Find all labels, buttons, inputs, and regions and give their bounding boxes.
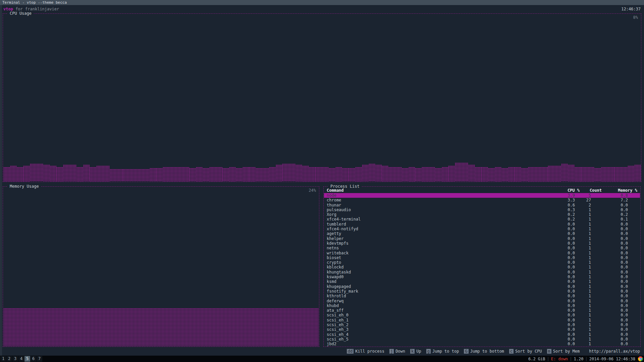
table-row[interactable]: scsi_eh_50.010.0 — [324, 337, 640, 342]
cpu-spark-column — [369, 164, 375, 181]
table-row[interactable]: chrome3.3277.2 — [324, 198, 640, 202]
cell-mem: 0.0 — [602, 289, 637, 294]
cell-cmd: kdevtmpfs — [327, 241, 558, 246]
table-row[interactable]: pulseaudio0.310.0 — [324, 207, 640, 212]
cpu-spark-column — [528, 167, 535, 181]
cpu-spark-column — [176, 167, 183, 181]
table-row[interactable]: kswapd00.010.0 — [324, 275, 640, 279]
table-row[interactable]: scsi_eh_00.010.0 — [324, 313, 640, 317]
cpu-spark-column — [561, 164, 568, 181]
cpu-spark-column — [222, 168, 229, 181]
workspace-button-6[interactable]: 6 — [31, 356, 36, 362]
cell-cpu: 0.0 — [558, 246, 580, 250]
table-row[interactable]: fsnotify_mark0.010.0 — [324, 289, 640, 294]
workspace-button-7[interactable]: 7 — [37, 356, 42, 362]
cell-cpu: 0.0 — [558, 279, 580, 284]
table-row[interactable]: kdevtmpfs0.010.0 — [324, 241, 640, 246]
table-row[interactable]: deferwq0.010.0 — [324, 299, 640, 303]
table-row[interactable]: xfce4-terminal0.210.1 — [324, 217, 640, 222]
cell-cmd: kswapd0 — [327, 275, 558, 279]
table-row[interactable]: crypto0.010.0 — [324, 260, 640, 265]
column-header-count[interactable]: Count — [580, 188, 602, 193]
table-row[interactable]: jbd20.010.0 — [324, 342, 640, 346]
cell-cpu: 0.0 — [558, 270, 580, 275]
cell-cpu: 0.0 — [558, 313, 580, 317]
cell-cpu: 0.0 — [558, 275, 580, 279]
cell-cpu: 0.0 — [558, 332, 580, 337]
cell-cnt: 1 — [580, 227, 602, 231]
cell-mem: 0.0 — [602, 227, 637, 231]
cell-cnt: 1 — [580, 222, 602, 227]
cell-mem: 0.0 — [602, 294, 637, 298]
cell-cnt: 1 — [580, 217, 602, 222]
cell-cmd: xfce4-notifyd — [327, 227, 558, 231]
shortcut-label: Up — [416, 349, 421, 354]
system-status: 6.2 GiB|E: down|1.20|2014-09-06 12:46:38 — [528, 356, 644, 361]
workspace-button-4[interactable]: 4 — [18, 356, 24, 362]
column-header-command[interactable]: Command — [327, 188, 558, 193]
cpu-spark-column — [96, 166, 103, 181]
workspace-button-2[interactable]: 2 — [6, 356, 12, 362]
cell-cpu: 0.0 — [558, 289, 580, 294]
cpu-spark-column — [203, 168, 209, 181]
table-row[interactable]: khelper0.010.0 — [324, 236, 640, 241]
cpu-spark-column — [37, 164, 43, 181]
table-row[interactable]: tumblerd0.010.0 — [324, 222, 640, 227]
cpu-spark-column — [103, 166, 110, 181]
column-header-cpu[interactable]: CPU % — [558, 188, 580, 193]
table-row[interactable]: Xorg0.210.2 — [324, 212, 640, 217]
cell-cpu: 0.0 — [558, 251, 580, 255]
workspace-button-1[interactable]: 1 — [0, 356, 6, 362]
table-row[interactable]: khugepaged0.010.0 — [324, 284, 640, 289]
cell-mem: 0.0 — [602, 241, 637, 246]
workspace-button-5[interactable]: 5 — [24, 356, 30, 362]
cpu-spark-column — [575, 167, 581, 181]
workspace-button-3[interactable]: 3 — [12, 356, 18, 362]
process-table: Command CPU % Count Memory % node3.950.8… — [324, 187, 640, 346]
cpu-spark-column — [468, 165, 475, 181]
table-row[interactable]: scsi_eh_30.010.0 — [324, 327, 640, 332]
table-row[interactable]: bioset0.010.0 — [324, 255, 640, 260]
vtop-header: vtop for franklinjavier 12:46:37 — [3, 6, 641, 12]
memory-usage-panel: Memory Usage 24% — [3, 186, 319, 347]
table-row[interactable]: ksmd0.010.0 — [324, 279, 640, 284]
cell-cmd: fsnotify_mark — [327, 289, 558, 294]
cell-cpu: 0.0 — [558, 327, 580, 332]
cpu-spark-column — [435, 168, 442, 181]
table-row[interactable]: netns0.010.0 — [324, 246, 640, 250]
process-table-header: Command CPU % Count Memory % — [324, 188, 640, 193]
cell-mem: 0.0 — [602, 222, 637, 227]
table-row[interactable]: scsi_eh_20.010.0 — [324, 322, 640, 327]
cpu-percent-label: 8% — [633, 15, 638, 20]
cell-cmd: node — [327, 193, 558, 198]
cell-cpu: 0.0 — [558, 231, 580, 236]
cpu-spark-column — [56, 167, 63, 181]
table-row[interactable]: ata_sff0.010.0 — [324, 308, 640, 313]
shortcut-key-badge: k — [410, 349, 415, 354]
table-row[interactable]: scsi_eh_40.010.0 — [324, 332, 640, 337]
table-row[interactable]: khungtaskd0.010.0 — [324, 270, 640, 275]
cell-cnt: 1 — [580, 207, 602, 212]
cell-cnt: 1 — [580, 270, 602, 275]
table-row[interactable]: writeback0.010.0 — [324, 251, 640, 255]
table-row[interactable]: scsi_eh_10.010.0 — [324, 318, 640, 322]
table-row[interactable]: node3.950.8 — [324, 193, 640, 198]
table-row[interactable]: xfce4-notifyd0.010.0 — [324, 227, 640, 231]
status-separator: | — [570, 357, 572, 361]
table-row[interactable]: thunar0.620.0 — [324, 203, 640, 207]
cpu-spark-column — [548, 166, 554, 181]
cpu-spark-column — [568, 165, 575, 181]
cell-cnt: 1 — [580, 236, 602, 241]
cell-cnt: 1 — [580, 327, 602, 332]
cpu-spark-column — [156, 168, 163, 181]
table-row[interactable]: khubd0.010.0 — [324, 303, 640, 308]
column-header-memory[interactable]: Memory % — [602, 188, 637, 193]
chrome-icon[interactable] — [638, 356, 643, 361]
cell-cnt: 1 — [580, 231, 602, 236]
table-row[interactable]: agetty0.010.0 — [324, 231, 640, 236]
table-row[interactable]: kblockd0.010.0 — [324, 265, 640, 269]
cell-mem: 0.0 — [602, 265, 637, 269]
cell-cmd: scsi_eh_4 — [327, 332, 558, 337]
table-row[interactable]: kthrotld0.010.0 — [324, 294, 640, 298]
cell-cmd: khubd — [327, 303, 558, 308]
